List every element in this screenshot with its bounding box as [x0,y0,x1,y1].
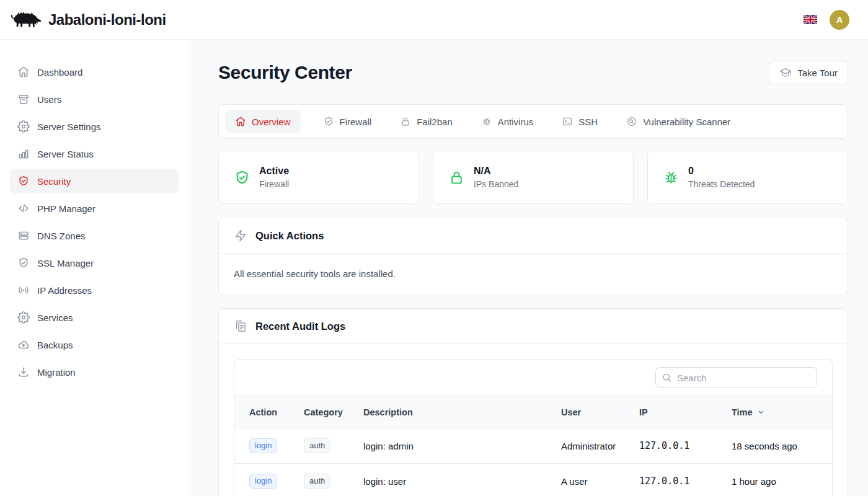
gear-icon [17,120,30,133]
terminal-icon [562,116,573,127]
tab-label: Overview [252,117,291,127]
main-content: Security Center Take Tour Overview Firew… [188,40,868,496]
archive-box-icon [17,93,30,105]
sidebar-item-label: Security [37,176,71,187]
status-cards: Active Firewall N/A IPs Banned 0 Threats… [218,151,848,204]
sidebar-item-label: Migration [37,367,76,378]
code-icon [17,202,30,215]
home-icon [17,66,30,78]
sidebar-item-dns-zones[interactable]: DNS Zones [10,223,179,248]
sidebar-item-dashboard[interactable]: Dashboard [10,60,179,84]
brand[interactable]: Jabaloni-loni-loni [10,8,166,32]
description-cell: login: admin [363,428,561,464]
tab-label: Antivirus [498,117,534,127]
column-user[interactable]: User [561,396,639,428]
avatar[interactable]: A [830,10,849,30]
shield-check-icon [234,169,250,186]
server-stack-icon [17,229,30,242]
gear-icon [17,311,30,324]
stat-value: Active [259,166,289,177]
page-title: Security Center [218,62,352,83]
take-tour-button[interactable]: Take Tour [769,61,848,84]
download-icon [17,366,30,378]
audit-logs-card: Recent Audit Logs Action [218,308,848,496]
take-tour-label: Take Tour [797,68,838,78]
column-description[interactable]: Description [363,396,561,428]
lock-icon [448,169,465,186]
sidebar-item-label: PHP Manager [37,203,95,214]
category-badge: auth [304,438,330,453]
sidebar-item-label: Services [37,312,73,323]
user-cell: Administrator [561,428,639,464]
action-badge: login [249,438,277,453]
sidebar-item-users[interactable]: Users [10,87,179,112]
description-cell: login: user [363,464,561,496]
sidebar-item-security[interactable]: Security [10,169,179,193]
time-cell: 1 hour ago [732,464,832,496]
uk-flag-icon[interactable] [804,15,817,24]
column-action[interactable]: Action [234,396,304,428]
sidebar-item-ssl-manager[interactable]: SSL Manager [10,250,179,275]
category-badge: auth [304,474,330,489]
column-category[interactable]: Category [304,396,363,428]
tab-vulnerability-scanner[interactable]: Vulnerability Scanner [620,110,737,133]
avatar-initial: A [836,15,843,25]
column-time[interactable]: Time [732,396,832,428]
sidebar-item-label: Server Status [37,149,94,159]
ip-cell: 127.0.0.1 [639,464,732,496]
tab-label: SSH [578,117,598,127]
scan-search-icon [626,116,637,127]
tab-label: Vulnerability Scanner [643,117,730,127]
sidebar-item-services[interactable]: Services [10,305,179,330]
ips-banned-card: N/A IPs Banned [433,151,634,204]
sidebar: Dashboard Users Server Settings Server S… [0,40,188,496]
stat-label: Threats Detected [688,179,755,189]
sidebar-item-server-settings[interactable]: Server Settings [10,114,179,139]
sidebar-item-label: DNS Zones [37,231,86,241]
audit-logs-panel: Action Category Description User IP Time… [234,359,833,496]
bug-icon [663,169,680,186]
sidebar-item-label: Dashboard [37,67,82,78]
sidebar-item-ip-addresses[interactable]: IP Addresses [10,278,179,303]
audit-logs-title: Recent Audit Logs [255,321,345,332]
table-header-row: Action Category Description User IP Time [234,396,832,428]
sidebar-item-label: Users [37,94,61,105]
time-cell: 18 seconds ago [732,428,832,464]
boar-logo-icon [10,8,42,32]
sidebar-item-backups[interactable]: Backups [10,332,179,357]
sidebar-item-server-status[interactable]: Server Status [10,141,179,166]
cloud-upload-icon [17,339,30,351]
bug-icon [481,116,492,127]
sidebar-item-label: Server Settings [37,122,101,132]
firewall-status-card: Active Firewall [218,151,419,204]
table-row[interactable]: login auth login: user A user 127.0.0.1 … [234,464,832,496]
quick-actions-message: All essential security tools are install… [219,254,848,294]
stat-label: Firewall [259,179,289,189]
topbar: Jabaloni-loni-loni A [0,0,868,40]
column-ip[interactable]: IP [639,396,732,428]
graduation-cap-icon [779,66,792,79]
tab-fail2ban[interactable]: Fail2ban [394,110,459,133]
search-input[interactable] [655,367,817,388]
home-icon [235,116,246,127]
quick-actions-title: Quick Actions [255,230,324,242]
brand-name: Jabaloni-loni-loni [48,11,166,29]
sidebar-item-migration[interactable]: Migration [10,360,179,384]
table-row[interactable]: login auth login: admin Administrator 12… [234,428,832,464]
stat-value: N/A [474,166,518,177]
lightning-icon [234,229,247,242]
sidebar-item-php-manager[interactable]: PHP Manager [10,196,179,221]
shield-check-icon [323,116,334,127]
chevron-down-icon [756,407,766,417]
sidebar-item-label: SSL Manager [37,258,94,268]
lock-icon [400,116,411,127]
action-badge: login [249,474,277,489]
tab-overview[interactable]: Overview [225,110,301,133]
tab-firewall[interactable]: Firewall [317,110,378,133]
ip-cell: 127.0.0.1 [639,428,732,464]
tab-antivirus[interactable]: Antivirus [475,110,540,133]
tab-ssh[interactable]: SSH [556,110,604,133]
audit-logs-table: Action Category Description User IP Time… [234,396,832,496]
tab-label: Firewall [340,117,372,127]
shield-check-icon [17,257,30,269]
